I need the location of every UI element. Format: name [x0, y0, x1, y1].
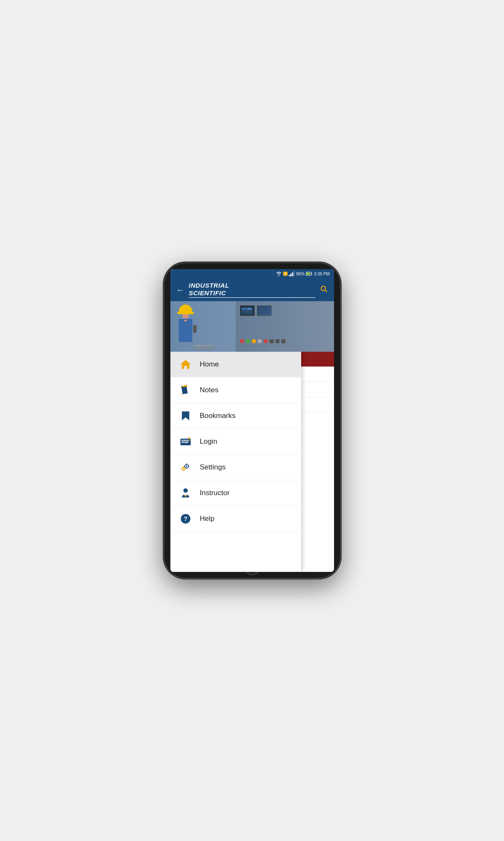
svg-rect-27 — [184, 466, 185, 467]
network-badge: 2 — [283, 272, 288, 276]
settings-label: Settings — [200, 463, 226, 472]
search-button[interactable] — [320, 285, 328, 295]
svg-rect-20 — [189, 440, 190, 441]
logo-line2: SCIENTIFIC — [189, 289, 315, 297]
menu-item-login[interactable]: Login — [170, 429, 301, 455]
battery-pct: 86% — [296, 272, 305, 276]
bookmark-icon — [179, 409, 192, 423]
svg-rect-15 — [185, 440, 187, 441]
svg-line-8 — [325, 290, 327, 292]
svg-rect-0 — [289, 275, 290, 276]
svg-rect-3 — [294, 271, 295, 276]
svg-rect-16 — [187, 440, 189, 441]
instructor-label: Instructor — [200, 489, 230, 497]
svg-rect-17 — [181, 442, 183, 443]
svg-marker-10 — [181, 394, 183, 396]
phone-device: 2 86% 3:36 PM — [164, 262, 341, 579]
status-icons: 2 86% 3:36 PM — [276, 271, 329, 276]
svg-rect-1 — [291, 274, 292, 276]
keyboard-on-desk — [194, 345, 215, 350]
svg-rect-31 — [183, 470, 184, 471]
svg-rect-14 — [183, 440, 185, 441]
search-icon — [320, 285, 328, 293]
svg-rect-2 — [292, 272, 293, 276]
svg-point-34 — [183, 488, 188, 493]
phone-screen: 2 86% 3:36 PM — [170, 269, 334, 572]
help-icon: ? — [179, 512, 192, 526]
svg-rect-26 — [188, 466, 189, 467]
logo-line1: INDUSTRIAL — [189, 282, 315, 289]
svg-point-29 — [183, 468, 184, 469]
menu-item-notes[interactable]: Notes — [170, 377, 301, 403]
svg-rect-19 — [185, 442, 188, 443]
login-label: Login — [200, 437, 218, 446]
bookmarks-label: Bookmarks — [200, 412, 236, 420]
svg-rect-18 — [183, 442, 185, 443]
svg-rect-6 — [312, 273, 313, 275]
menu-item-settings[interactable]: Settings — [170, 455, 301, 480]
menu-item-bookmarks[interactable]: Bookmarks — [170, 403, 301, 429]
hero-image — [170, 301, 334, 352]
svg-rect-24 — [186, 464, 187, 465]
status-bar: 2 86% 3:36 PM — [170, 269, 334, 278]
svg-point-21 — [188, 437, 189, 439]
notes-label: Notes — [200, 386, 218, 394]
svg-rect-32 — [184, 468, 185, 469]
home-label: Home — [200, 360, 219, 369]
help-label: Help — [200, 515, 215, 523]
svg-rect-30 — [183, 466, 184, 467]
settings-icon — [179, 461, 192, 474]
navigation-drawer: Home Notes — [170, 352, 301, 572]
battery-icon — [306, 272, 313, 276]
wifi-icon — [276, 271, 282, 276]
menu-item-help[interactable]: ? Help — [170, 506, 301, 532]
svg-point-7 — [321, 286, 326, 291]
menu-item-instructor[interactable]: Instructor — [170, 480, 301, 506]
notes-icon — [179, 383, 192, 397]
app-header: ← INDUSTRIAL SCIENTIFIC — [170, 278, 334, 301]
control-panel-bg — [236, 301, 334, 352]
svg-rect-5 — [306, 273, 310, 275]
svg-text:?: ? — [183, 515, 187, 522]
svg-rect-25 — [186, 468, 187, 469]
svg-rect-33 — [181, 468, 182, 469]
signal-icon — [289, 271, 295, 276]
worker-figure — [179, 305, 192, 342]
logo-underline — [189, 297, 315, 298]
menu-item-home[interactable]: Home — [170, 352, 301, 377]
keyboard-icon — [179, 435, 192, 448]
svg-rect-13 — [181, 440, 183, 441]
back-button[interactable]: ← — [176, 285, 185, 295]
svg-point-23 — [186, 466, 187, 467]
instructor-icon — [179, 486, 192, 500]
home-icon — [179, 358, 192, 371]
content-area: easy n echnology Testing Home — [170, 352, 334, 572]
app-logo: INDUSTRIAL SCIENTIFIC — [189, 282, 315, 298]
time-display: 3:36 PM — [314, 272, 329, 276]
